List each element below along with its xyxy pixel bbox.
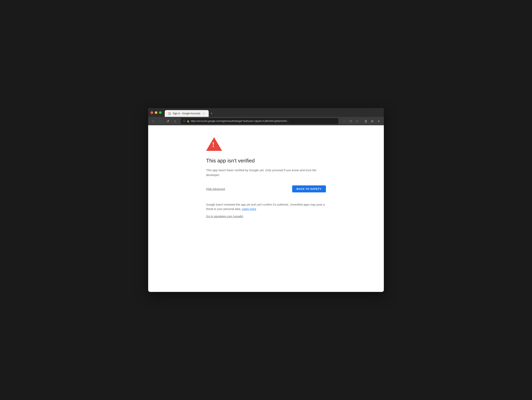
warning-container: This app isn't verified This app hasn't …: [206, 137, 326, 280]
title-bar: Sign in - Google Accounts × +: [148, 108, 384, 117]
browser-window: Sign in - Google Accounts × + ← → ↺ ⌂ ⓘ …: [148, 108, 384, 292]
reading-list-icon[interactable]: |||: [363, 118, 369, 124]
warning-title: This app isn't verified: [206, 158, 326, 164]
learn-more-link[interactable]: Learn more: [242, 207, 256, 211]
advanced-text-content: Google hasn't reviewed this app yet and …: [206, 203, 325, 211]
warning-icon: [206, 137, 326, 152]
triangle-warning-icon: [206, 137, 222, 151]
advanced-text: Google hasn't reviewed this app yet and …: [206, 202, 326, 211]
home-button[interactable]: ⌂: [172, 118, 178, 124]
more-button[interactable]: ···: [342, 118, 347, 124]
tab-close-button[interactable]: ×: [202, 112, 205, 115]
traffic-lights: [151, 111, 162, 114]
pocket-button[interactable]: ⬡: [348, 118, 354, 124]
forward-button: →: [158, 118, 163, 124]
address-bar[interactable]: ⓘ 🔒 https://accounts.google.com/signin/o…: [181, 118, 338, 124]
bookmark-button[interactable]: ☆: [354, 118, 360, 124]
address-text: https://accounts.google.com/signin/oauth…: [191, 120, 336, 123]
warning-description: This app hasn't been verified by Google …: [206, 168, 326, 177]
minimize-button[interactable]: [155, 111, 157, 114]
toolbar: ← → ↺ ⌂ ⓘ 🔒 https://accounts.google.com/…: [148, 117, 384, 125]
split-view-icon[interactable]: ⊟: [369, 118, 375, 124]
hide-advanced-link[interactable]: Hide Advanced: [206, 187, 225, 191]
tab-title: Sign in - Google Accounts: [173, 112, 201, 115]
tab-favicon: [168, 112, 171, 115]
tabs-area: Sign in - Google Accounts × +: [165, 108, 381, 117]
reload-button[interactable]: ↺: [165, 118, 171, 124]
back-button[interactable]: ←: [151, 118, 156, 124]
back-to-safety-button[interactable]: BACK TO SAFETY: [292, 185, 326, 192]
menu-icon[interactable]: ≡: [376, 118, 381, 124]
close-button[interactable]: [151, 111, 153, 114]
active-tab[interactable]: Sign in - Google Accounts ×: [165, 110, 209, 117]
page-content: This app isn't verified This app hasn't …: [148, 125, 384, 292]
secure-icon: 🔒: [187, 120, 190, 123]
toolbar-icons: ··· ⬡ ☆: [342, 118, 360, 124]
right-toolbar-icons: ||| ⊟ ≡: [363, 118, 381, 124]
action-row: Hide Advanced BACK TO SAFETY: [206, 185, 326, 196]
info-icon: ⓘ: [183, 119, 185, 123]
new-tab-button[interactable]: +: [209, 111, 214, 116]
unsafe-link[interactable]: Go to signalwire.com (unsafe): [206, 215, 243, 218]
maximize-button[interactable]: [159, 111, 162, 114]
